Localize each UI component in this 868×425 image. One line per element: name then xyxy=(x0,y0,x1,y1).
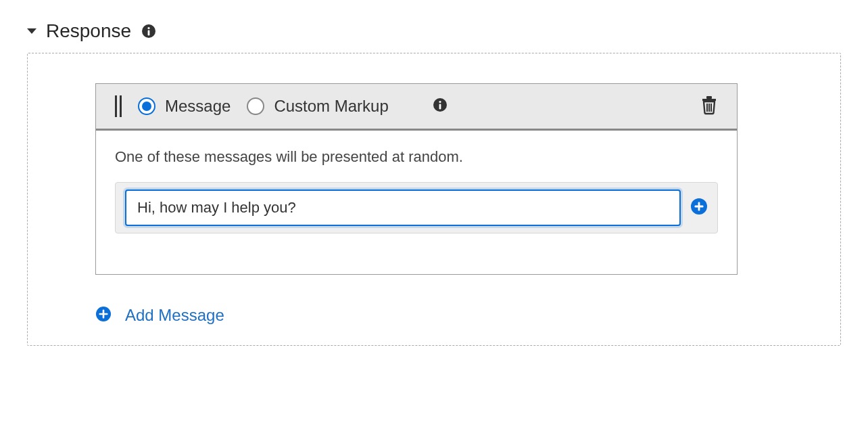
message-input[interactable] xyxy=(125,189,681,226)
info-icon[interactable] xyxy=(141,23,157,39)
helper-text: One of these messages will be presented … xyxy=(115,148,718,166)
plus-circle-icon[interactable] xyxy=(690,198,708,218)
svg-rect-16 xyxy=(99,313,108,315)
svg-rect-9 xyxy=(708,104,710,112)
radio-message[interactable]: Message xyxy=(138,97,231,116)
radio-icon xyxy=(247,97,264,115)
svg-point-4 xyxy=(439,101,441,103)
svg-rect-13 xyxy=(695,206,704,208)
add-message-button[interactable]: Add Message xyxy=(95,306,224,325)
info-icon[interactable] xyxy=(432,97,448,116)
radio-message-label: Message xyxy=(165,97,231,116)
trash-icon[interactable] xyxy=(700,95,718,118)
caret-down-icon[interactable] xyxy=(27,28,37,34)
plus-circle-icon xyxy=(95,306,112,325)
section-header: Response xyxy=(27,20,841,42)
message-card: Message Custom Markup xyxy=(95,83,738,275)
message-input-row xyxy=(115,182,718,233)
svg-rect-7 xyxy=(706,96,712,99)
card-body: One of these messages will be presented … xyxy=(96,131,737,274)
svg-rect-6 xyxy=(702,99,716,101)
svg-rect-10 xyxy=(710,104,712,112)
svg-point-1 xyxy=(147,27,149,29)
svg-rect-5 xyxy=(439,104,441,110)
svg-rect-2 xyxy=(148,30,150,36)
drag-handle-icon[interactable] xyxy=(115,95,122,117)
card-header: Message Custom Markup xyxy=(96,84,737,131)
radio-custom-markup-label: Custom Markup xyxy=(274,97,388,116)
response-panel: Message Custom Markup xyxy=(27,53,841,346)
svg-rect-8 xyxy=(706,104,708,112)
radio-custom-markup[interactable]: Custom Markup xyxy=(247,97,388,116)
add-message-label: Add Message xyxy=(125,306,224,325)
radio-icon-selected xyxy=(138,97,155,115)
section-title: Response xyxy=(46,20,131,42)
